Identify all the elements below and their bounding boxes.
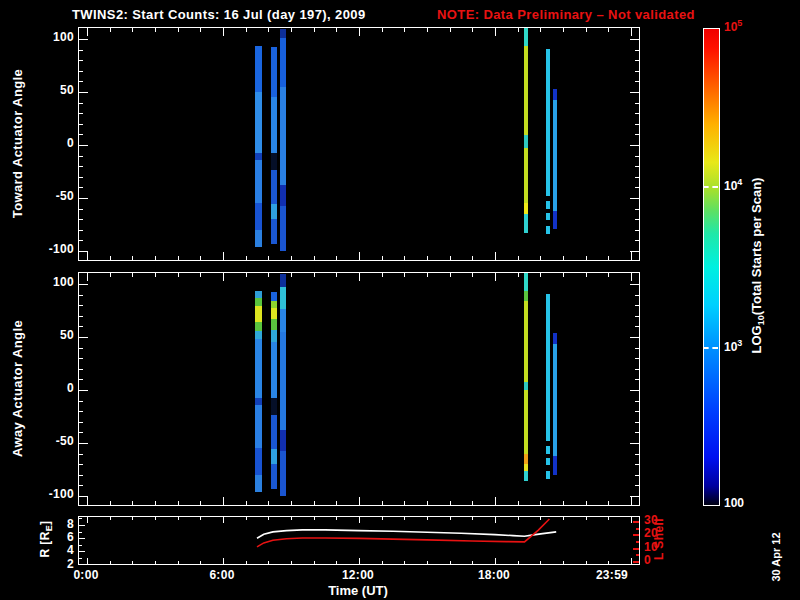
x-tick bbox=[586, 256, 587, 260]
y-tick bbox=[79, 475, 83, 476]
y-tick bbox=[630, 284, 639, 285]
data-stripe bbox=[271, 170, 277, 204]
x-tick bbox=[631, 252, 632, 260]
y-tick bbox=[635, 326, 639, 327]
x-tick bbox=[540, 273, 541, 277]
x-tick bbox=[404, 501, 405, 505]
x-tick bbox=[336, 256, 337, 260]
y-tick bbox=[635, 305, 639, 306]
data-stripe bbox=[255, 448, 262, 475]
x-tick bbox=[246, 273, 247, 277]
data-stripe bbox=[255, 160, 262, 203]
y-tick bbox=[79, 326, 83, 327]
y-tick bbox=[79, 379, 83, 380]
x-tick bbox=[540, 256, 541, 260]
x-tick bbox=[314, 256, 315, 260]
y-tick bbox=[79, 390, 88, 391]
data-stripe bbox=[546, 201, 550, 208]
data-stripe bbox=[255, 203, 262, 230]
x-tick bbox=[608, 273, 609, 277]
y-tick bbox=[635, 71, 639, 72]
plot-title: TWINS2: Start Counts: 16 Jul (day 197), … bbox=[72, 7, 366, 22]
x-tick bbox=[314, 273, 315, 277]
x-tick bbox=[563, 28, 564, 32]
colorbar-label: LOG10(Total Starts per Scan) bbox=[749, 106, 764, 426]
y-tick bbox=[79, 187, 83, 188]
x-tick bbox=[472, 28, 473, 32]
data-stripe bbox=[524, 390, 528, 454]
ylabel-toward: Toward Actuator Angle bbox=[10, 34, 25, 254]
x-tick bbox=[382, 273, 383, 277]
datestamp: 30 Apr 12 bbox=[770, 512, 782, 600]
panel-away bbox=[78, 272, 640, 506]
angle-tick-label: -100 bbox=[32, 242, 74, 256]
x-tick bbox=[268, 501, 269, 505]
x-tick bbox=[336, 273, 337, 277]
panel-ephemeris bbox=[78, 516, 640, 565]
y-tick bbox=[79, 240, 83, 241]
y-tick bbox=[630, 39, 639, 40]
data-stripe bbox=[546, 458, 550, 465]
y-tick bbox=[635, 219, 639, 220]
angle-tick-label: -50 bbox=[32, 434, 74, 448]
x-tick bbox=[359, 28, 360, 36]
x-tick bbox=[472, 501, 473, 505]
data-stripe bbox=[280, 451, 286, 496]
angle-tick-label: -100 bbox=[32, 487, 74, 501]
x-tick bbox=[540, 501, 541, 505]
data-stripe bbox=[255, 331, 262, 339]
y-tick bbox=[635, 379, 639, 380]
y-tick bbox=[79, 454, 83, 455]
x-tick bbox=[631, 497, 632, 505]
x-tick bbox=[495, 273, 496, 281]
x-tick bbox=[382, 256, 383, 260]
y-tick bbox=[630, 390, 639, 391]
data-stripe bbox=[546, 49, 550, 196]
x-tick bbox=[155, 256, 156, 260]
x-tick bbox=[291, 501, 292, 505]
x-tick bbox=[291, 273, 292, 277]
x-tick bbox=[200, 256, 201, 260]
l-tick-label: 30 bbox=[644, 513, 670, 527]
data-stripe bbox=[271, 330, 277, 343]
y-tick bbox=[635, 411, 639, 412]
x-tick bbox=[110, 273, 111, 277]
colorbar-label-pre: LOG bbox=[749, 325, 764, 353]
data-stripe bbox=[546, 294, 550, 441]
data-stripe bbox=[553, 100, 557, 210]
y-tick bbox=[79, 230, 83, 231]
x-tick bbox=[404, 273, 405, 277]
x-tick bbox=[200, 28, 201, 32]
data-stripe bbox=[524, 291, 528, 301]
data-stripe bbox=[524, 28, 528, 46]
data-stripe bbox=[255, 322, 262, 330]
data-stripe bbox=[271, 97, 277, 153]
r-tick-label: 4 bbox=[48, 543, 74, 557]
colorbar-tick-label: 105 bbox=[724, 20, 742, 34]
y-tick bbox=[635, 134, 639, 135]
data-stripe bbox=[524, 471, 528, 482]
x-tick bbox=[132, 256, 133, 260]
x-tick bbox=[427, 273, 428, 277]
y-tick bbox=[79, 113, 83, 114]
data-stripe bbox=[524, 203, 528, 214]
data-stripe bbox=[553, 344, 557, 455]
y-tick bbox=[79, 401, 83, 402]
y-tick bbox=[79, 50, 83, 51]
x-tick bbox=[178, 28, 179, 32]
y-tick bbox=[79, 251, 88, 252]
data-stripe bbox=[271, 415, 277, 449]
x-tick bbox=[518, 501, 519, 505]
colorbar-tick-label: 104 bbox=[724, 179, 742, 193]
x-tick bbox=[246, 256, 247, 260]
colorbar-tick bbox=[703, 347, 718, 349]
angle-tick-label: 0 bbox=[32, 136, 74, 150]
x-tick bbox=[427, 256, 428, 260]
y-tick bbox=[635, 50, 639, 51]
y-tick bbox=[635, 485, 639, 486]
x-tick-label: 6:00 bbox=[192, 568, 252, 582]
y-tick bbox=[635, 432, 639, 433]
colorbar-label-post: (Total Starts per Scan) bbox=[749, 178, 764, 316]
x-tick bbox=[132, 28, 133, 32]
y-tick bbox=[630, 443, 639, 444]
